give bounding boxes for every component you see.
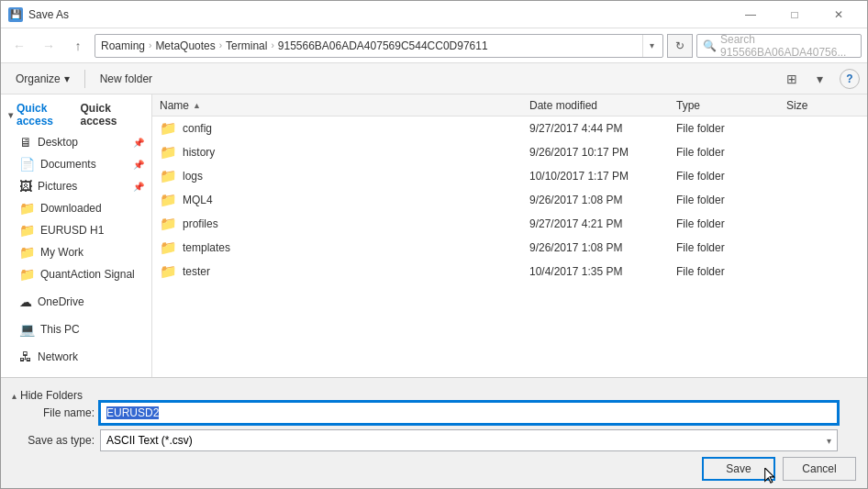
- search-placeholder: Search 915566BA06ADA40756...: [720, 33, 855, 59]
- new-folder-label: New folder: [100, 72, 152, 85]
- sidebar-item-thispc[interactable]: 💻 This PC: [1, 318, 151, 340]
- documents-pin: 📌: [133, 160, 144, 170]
- filename-row: File name:: [12, 402, 856, 424]
- file-name-cell: 📁 tester: [160, 263, 529, 280]
- col-modified[interactable]: Date modified: [529, 99, 676, 112]
- thispc-icon: 💻: [19, 322, 35, 337]
- desktop-icon: 🖥: [19, 135, 32, 150]
- organize-arrow: ▾: [64, 72, 70, 85]
- minimize-button[interactable]: —: [729, 1, 772, 28]
- onedrive-label: OneDrive: [38, 295, 84, 308]
- maximize-button[interactable]: □: [773, 1, 816, 28]
- quick-access-text: Quick access: [81, 102, 145, 128]
- sidebar-item-desktop[interactable]: 🖥 Desktop 📌: [1, 131, 151, 153]
- file-modified: 9/26/2017 1:08 PM: [529, 194, 676, 206]
- view-dropdown-button[interactable]: ▾: [807, 67, 832, 91]
- cancel-button[interactable]: Cancel: [783, 457, 856, 481]
- table-row[interactable]: 📁 logs 10/10/2017 1:17 PM File folder: [152, 164, 867, 188]
- thispc-label: This PC: [40, 323, 80, 336]
- eurusd-label: EURUSD H1: [40, 224, 104, 237]
- table-row[interactable]: 📁 profiles 9/27/2017 4:21 PM File folder: [152, 212, 867, 236]
- close-button[interactable]: ✕: [818, 1, 860, 28]
- file-modified: 9/26/2017 10:17 PM: [529, 146, 676, 159]
- file-list-body: 📁 config 9/27/2017 4:44 PM File folder 📁…: [152, 117, 867, 377]
- table-row[interactable]: 📁 templates 9/26/2017 1:08 PM File folde…: [152, 236, 867, 260]
- table-row[interactable]: 📁 MQL4 9/26/2017 1:08 PM File folder: [152, 188, 867, 212]
- new-folder-button[interactable]: New folder: [93, 67, 160, 91]
- toolbar-row: Organize ▾ New folder ⊞ ▾ ?: [1, 63, 867, 94]
- desktop-pin: 📌: [133, 138, 144, 148]
- col-name[interactable]: Name ▲: [160, 99, 529, 112]
- file-name-cell: 📁 config: [160, 120, 529, 137]
- window-title: Save As: [28, 8, 729, 21]
- up-button[interactable]: ↑: [65, 33, 91, 59]
- toolbar-separator: [84, 70, 85, 88]
- quick-access-header[interactable]: ▾ Quick access Quick access: [1, 98, 151, 131]
- sidebar-item-mywork[interactable]: 📁 My Work: [1, 241, 151, 263]
- view-button[interactable]: ⊞: [779, 67, 805, 91]
- col-type[interactable]: Type: [676, 99, 786, 112]
- documents-label: Documents: [40, 158, 96, 171]
- sidebar-item-network[interactable]: 🖧 Network: [1, 346, 151, 368]
- mywork-label: My Work: [40, 246, 83, 259]
- file-name-cell: 📁 logs: [160, 168, 529, 184]
- hide-folders-row[interactable]: ▴ Hide Folders: [12, 385, 856, 402]
- file-name: profiles: [183, 217, 218, 230]
- window-icon: 💾: [8, 7, 23, 22]
- crumb-metaquotes: MetaQuotes: [155, 39, 215, 52]
- refresh-button[interactable]: ↻: [667, 34, 693, 58]
- sidebar-item-downloaded[interactable]: 📁 Downloaded: [1, 197, 151, 219]
- table-row[interactable]: 📁 tester 10/4/2017 1:35 PM File folder: [152, 260, 867, 283]
- col-size[interactable]: Size: [786, 99, 860, 112]
- file-area: Name ▲ Date modified Type Size 📁 config: [152, 94, 867, 377]
- forward-button[interactable]: →: [36, 33, 61, 59]
- folder-icon: 📁: [160, 168, 177, 184]
- eurusd-folder-icon: 📁: [19, 223, 35, 238]
- onedrive-icon: ☁: [19, 295, 32, 309]
- file-name: logs: [183, 170, 203, 183]
- search-icon: 🔍: [703, 39, 717, 52]
- file-name: templates: [183, 241, 230, 254]
- folder-icon: 📁: [160, 263, 177, 280]
- filetype-arrow: ▾: [827, 436, 831, 446]
- file-modified: 10/10/2017 1:17 PM: [529, 170, 676, 183]
- sidebar-item-onedrive[interactable]: ☁ OneDrive: [1, 291, 151, 313]
- sidebar-item-quantaction[interactable]: 📁 QuantAction Signal: [1, 263, 151, 285]
- file-name: history: [183, 146, 215, 159]
- folder-icon: 📁: [160, 120, 177, 137]
- filetype-select[interactable]: ASCII Text (*.csv) ▾: [100, 429, 838, 451]
- sidebar: ▾ Quick access Quick access 🖥 Desktop 📌 …: [1, 94, 152, 377]
- address-box[interactable]: Roaming › MetaQuotes › Terminal › 915566…: [95, 34, 663, 58]
- file-type: File folder: [676, 170, 786, 183]
- view-controls: ⊞ ▾: [779, 67, 832, 91]
- sidebar-item-pictures[interactable]: 🖼 Pictures 📌: [1, 175, 151, 197]
- save-button[interactable]: Save: [702, 457, 775, 481]
- file-name-cell: 📁 MQL4: [160, 192, 529, 208]
- file-modified: 10/4/2017 1:35 PM: [529, 265, 676, 278]
- file-list-header: Name ▲ Date modified Type Size: [152, 94, 867, 117]
- back-button[interactable]: ←: [6, 33, 32, 59]
- filename-input[interactable]: [100, 402, 838, 424]
- save-as-dialog: 💾 Save As — □ ✕ ← → ↑ Roaming › MetaQuot…: [0, 0, 868, 489]
- bottom-panel: ▴ Hide Folders File name: Save as type: …: [1, 377, 867, 488]
- sidebar-item-documents[interactable]: 📄 Documents 📌: [1, 153, 151, 175]
- file-type: File folder: [676, 217, 786, 230]
- network-icon: 🖧: [19, 350, 32, 364]
- table-row[interactable]: 📁 history 9/26/2017 10:17 PM File folder: [152, 140, 867, 164]
- sidebar-item-eurusd[interactable]: 📁 EURUSD H1: [1, 219, 151, 241]
- addressbar-row: ← → ↑ Roaming › MetaQuotes › Terminal › …: [1, 28, 867, 63]
- file-name-cell: 📁 history: [160, 144, 529, 161]
- quick-access-label: Quick access: [17, 102, 81, 128]
- sep1: ›: [149, 40, 151, 50]
- sep3: ›: [271, 40, 273, 50]
- file-type: File folder: [676, 241, 786, 254]
- downloaded-folder-icon: 📁: [19, 201, 35, 216]
- table-row[interactable]: 📁 config 9/27/2017 4:44 PM File folder: [152, 117, 867, 140]
- help-button[interactable]: ?: [840, 69, 860, 89]
- hide-folders-label: Hide Folders: [20, 389, 83, 402]
- file-modified: 9/27/2017 4:21 PM: [529, 217, 676, 230]
- address-dropdown-arrow[interactable]: ▾: [642, 35, 657, 57]
- file-name-cell: 📁 templates: [160, 239, 529, 256]
- search-box[interactable]: 🔍 Search 915566BA06ADA40756...: [696, 34, 862, 58]
- organize-button[interactable]: Organize ▾: [8, 67, 77, 91]
